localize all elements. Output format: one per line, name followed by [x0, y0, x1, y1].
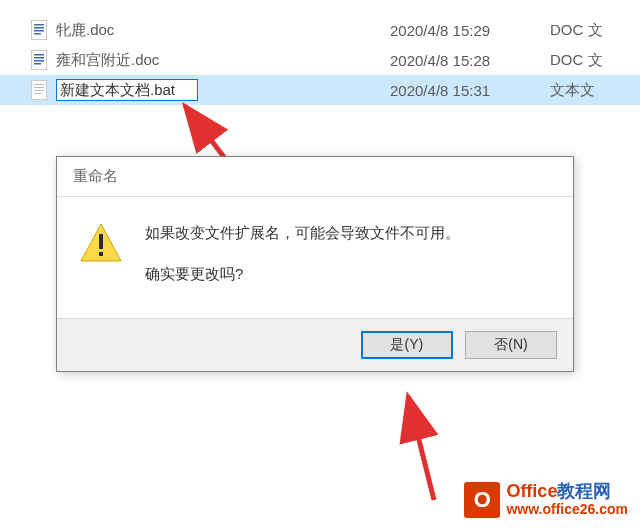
- svg-rect-4: [34, 33, 41, 35]
- watermark-title: Office教程网: [506, 482, 628, 502]
- rename-dialog: 重命名 如果改变文件扩展名，可能会导致文件不可用。 确实要更改吗? 是(Y) 否…: [56, 156, 574, 372]
- file-date: 2020/4/8 15:28: [390, 52, 550, 69]
- dialog-line2: 确实要更改吗?: [145, 260, 460, 289]
- svg-line-21: [408, 396, 434, 500]
- file-date: 2020/4/8 15:29: [390, 22, 550, 39]
- svg-rect-2: [34, 27, 44, 29]
- svg-rect-9: [34, 63, 41, 65]
- svg-rect-1: [34, 24, 44, 26]
- doc-file-icon: [30, 19, 48, 41]
- dialog-line1: 如果改变文件扩展名，可能会导致文件不可用。: [145, 219, 460, 248]
- file-type: DOC 文: [550, 21, 603, 40]
- svg-rect-13: [34, 90, 44, 91]
- dialog-title: 重命名: [57, 157, 573, 197]
- svg-rect-12: [34, 87, 44, 88]
- rename-input[interactable]: [56, 79, 198, 101]
- annotation-arrow-icon: [394, 390, 454, 510]
- watermark-url: www.office26.com: [506, 502, 628, 517]
- file-row[interactable]: 雍和宫附近.doc 2020/4/8 15:28 DOC 文: [0, 45, 640, 75]
- text-file-icon: [30, 79, 48, 101]
- file-list: 牝鹿.doc 2020/4/8 15:29 DOC 文 雍和宫附近.doc 20…: [0, 0, 640, 105]
- file-row[interactable]: 牝鹿.doc 2020/4/8 15:29 DOC 文: [0, 15, 640, 45]
- svg-rect-19: [99, 252, 103, 256]
- file-date: 2020/4/8 15:31: [390, 82, 550, 99]
- doc-file-icon: [30, 49, 48, 71]
- svg-rect-11: [34, 84, 44, 85]
- warning-icon: [79, 221, 123, 265]
- file-name: 牝鹿.doc: [56, 21, 114, 40]
- svg-rect-6: [34, 54, 44, 56]
- no-button[interactable]: 否(N): [465, 331, 557, 359]
- file-type: 文本文: [550, 81, 595, 100]
- yes-button[interactable]: 是(Y): [361, 331, 453, 359]
- file-row[interactable]: 2020/4/8 15:31 文本文: [0, 75, 640, 105]
- svg-rect-7: [34, 57, 44, 59]
- svg-rect-18: [99, 234, 103, 249]
- file-type: DOC 文: [550, 51, 603, 70]
- svg-rect-3: [34, 30, 44, 32]
- office-logo-icon: O: [464, 482, 500, 518]
- watermark: O Office教程网 www.office26.com: [464, 482, 628, 518]
- file-name: 雍和宫附近.doc: [56, 51, 159, 70]
- dialog-message: 如果改变文件扩展名，可能会导致文件不可用。 确实要更改吗?: [145, 219, 460, 300]
- svg-rect-8: [34, 60, 44, 62]
- svg-rect-14: [34, 93, 41, 94]
